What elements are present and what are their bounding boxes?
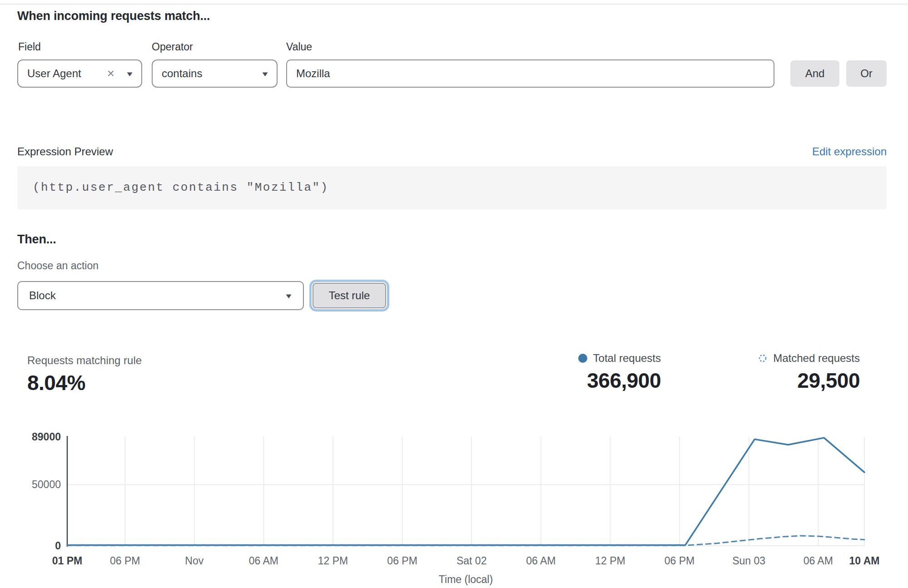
svg-text:06 PM: 06 PM (110, 555, 140, 567)
svg-text:50000: 50000 (32, 479, 61, 490)
svg-text:06 PM: 06 PM (387, 555, 417, 567)
svg-text:06 AM: 06 AM (804, 555, 833, 567)
svg-text:06 PM: 06 PM (665, 555, 695, 567)
svg-text:01 PM: 01 PM (52, 555, 82, 567)
svg-text:Sun 03: Sun 03 (732, 555, 765, 567)
requests-chart: 8900050000001 PM06 PMNov06 AM12 PM06 PMS… (0, 0, 908, 588)
svg-text:12 PM: 12 PM (595, 555, 625, 567)
svg-text:0: 0 (55, 540, 61, 552)
svg-text:12 PM: 12 PM (318, 555, 348, 567)
svg-text:10 AM: 10 AM (849, 555, 880, 567)
firewall-rule-builder-screen: When incoming requests match... Field Op… (0, 0, 908, 588)
svg-text:06 AM: 06 AM (526, 555, 556, 567)
svg-text:06 AM: 06 AM (249, 555, 278, 567)
svg-text:Nov: Nov (185, 555, 203, 567)
svg-text:Sat 02: Sat 02 (456, 555, 487, 567)
svg-text:89000: 89000 (32, 431, 61, 443)
svg-text:Time (local): Time (local) (439, 573, 493, 585)
